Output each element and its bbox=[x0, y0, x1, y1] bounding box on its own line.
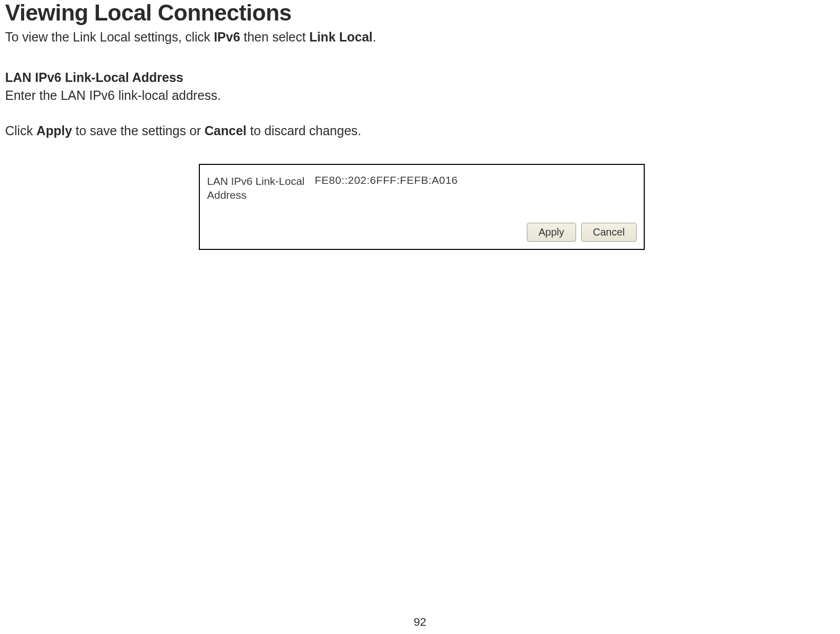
intro-prefix: To view the Link Local settings, click bbox=[5, 30, 214, 44]
setting-value: FE80::202:6FFF:FEFB:A016 bbox=[315, 174, 458, 186]
instruction-apply: Apply bbox=[36, 123, 72, 138]
intro-suffix: . bbox=[373, 30, 376, 44]
setting-label: LAN IPv6 Link-Local Address bbox=[207, 174, 315, 202]
instruction-prefix: Click bbox=[5, 123, 36, 138]
intro-ipv6: IPv6 bbox=[214, 30, 240, 44]
apply-button[interactable]: Apply bbox=[527, 223, 576, 242]
intro-mid: then select bbox=[240, 30, 310, 44]
cancel-button[interactable]: Cancel bbox=[581, 223, 637, 242]
page-title: Viewing Local Connections bbox=[5, 0, 835, 26]
instruction-cancel: Cancel bbox=[204, 123, 247, 138]
page-number: 92 bbox=[414, 616, 426, 629]
intro-linklocal: Link Local bbox=[309, 30, 373, 44]
instruction-mid: to save the settings or bbox=[72, 123, 204, 138]
button-row: Apply Cancel bbox=[207, 223, 637, 242]
instruction-suffix: to discard changes. bbox=[247, 123, 361, 138]
setting-row: LAN IPv6 Link-Local Address FE80::202:6F… bbox=[207, 174, 637, 202]
intro-text: To view the Link Local settings, click I… bbox=[5, 30, 835, 45]
settings-panel: LAN IPv6 Link-Local Address FE80::202:6F… bbox=[199, 164, 645, 250]
section-subheading: LAN IPv6 Link-Local Address bbox=[5, 70, 835, 85]
section-body: Enter the LAN IPv6 link-local address. bbox=[5, 88, 835, 103]
instruction-text: Click Apply to save the settings or Canc… bbox=[5, 123, 835, 138]
